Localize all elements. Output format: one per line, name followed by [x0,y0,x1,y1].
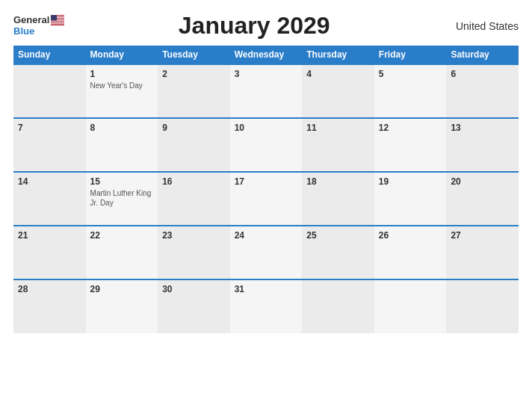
calendar-cell: 6 [446,64,519,118]
col-friday: Friday [374,46,447,64]
calendar-body: 1New Year's Day23456789101112131415Marti… [13,64,519,333]
calendar-cell: 19 [374,172,447,226]
calendar-cell: 20 [446,172,519,226]
logo: General Blue [13,15,64,37]
calendar-cell: 8 [86,118,158,172]
day-number: 25 [306,230,370,241]
day-number: 29 [90,284,154,294]
calendar-week-row: 28293031 [13,279,519,333]
col-tuesday: Tuesday [158,46,230,64]
day-number: 20 [451,176,514,187]
svg-rect-7 [51,15,57,21]
day-number: 30 [162,284,226,294]
calendar-cell: 22 [86,226,158,279]
header: General Blue January 2029 United States [13,12,519,40]
calendar-cell [446,279,519,333]
calendar-cell [374,279,447,333]
day-number: 28 [18,284,81,294]
logo-blue-text: Blue [13,26,34,37]
day-number: 26 [379,230,442,241]
day-number: 13 [451,123,514,133]
calendar-cell: 3 [230,64,303,118]
calendar-cell: 29 [86,279,158,333]
day-number: 11 [306,123,370,133]
day-number: 22 [90,230,154,241]
day-number: 2 [162,69,226,79]
day-number: 27 [451,230,514,241]
svg-rect-6 [51,24,64,25]
col-sunday: Sunday [13,46,86,64]
day-number: 4 [306,69,370,79]
calendar-cell: 2 [158,64,230,118]
day-number: 5 [379,69,442,79]
calendar-week-row: 78910111213 [13,118,519,172]
day-number: 8 [90,123,154,133]
calendar-cell: 21 [13,226,86,279]
calendar-cell: 17 [230,172,303,226]
country-label: United States [444,20,519,32]
day-number: 17 [235,176,298,187]
calendar-cell: 28 [13,279,86,333]
calendar-cell: 23 [158,226,230,279]
day-number: 10 [235,123,298,133]
day-number: 3 [235,69,298,79]
calendar-cell: 18 [302,172,374,226]
day-number: 21 [18,230,81,241]
day-number: 31 [235,284,298,294]
day-number: 6 [451,69,514,79]
day-number: 9 [162,123,226,133]
day-number: 24 [235,230,298,241]
day-number: 18 [306,176,370,187]
calendar-page: General Blue January 2029 United States … [0,0,532,411]
holiday-label: New Year's Day [90,81,154,90]
day-number: 12 [379,123,442,133]
day-number: 15 [90,176,154,187]
calendar-cell: 4 [302,64,374,118]
page-title: January 2029 [64,12,444,40]
col-monday: Monday [86,46,158,64]
calendar-cell: 7 [13,118,86,172]
calendar-cell: 13 [446,118,519,172]
calendar-cell: 1New Year's Day [86,64,158,118]
calendar-cell: 11 [302,118,374,172]
calendar-cell: 27 [446,226,519,279]
day-number: 16 [162,176,226,187]
calendar-week-row: 21222324252627 [13,226,519,279]
calendar-week-row: 1415Martin Luther King Jr. Day1617181920 [13,172,519,226]
holiday-label: Martin Luther King Jr. Day [90,188,154,208]
day-number: 14 [18,176,81,187]
day-number: 19 [379,176,442,187]
calendar-cell: 16 [158,172,230,226]
day-number: 23 [162,230,226,241]
col-thursday: Thursday [302,46,374,64]
calendar-cell: 5 [374,64,447,118]
calendar-table: Sunday Monday Tuesday Wednesday Thursday… [13,46,519,333]
calendar-cell: 25 [302,226,374,279]
calendar-cell: 31 [230,279,303,333]
logo-general-text: General [13,15,49,25]
svg-rect-5 [51,22,64,23]
calendar-cell: 26 [374,226,447,279]
calendar-cell [13,64,86,118]
calendar-cell: 24 [230,226,303,279]
logo-flag-icon [51,15,64,25]
day-number: 1 [90,69,154,79]
calendar-cell: 12 [374,118,447,172]
day-number: 7 [18,123,81,133]
calendar-cell: 30 [158,279,230,333]
calendar-cell: 10 [230,118,303,172]
calendar-cell: 14 [13,172,86,226]
col-saturday: Saturday [446,46,519,64]
calendar-cell [302,279,374,333]
calendar-cell: 9 [158,118,230,172]
weekday-row: Sunday Monday Tuesday Wednesday Thursday… [13,46,519,64]
calendar-cell: 15Martin Luther King Jr. Day [86,172,158,226]
calendar-week-row: 1New Year's Day23456 [13,64,519,118]
calendar-header: Sunday Monday Tuesday Wednesday Thursday… [13,46,519,64]
col-wednesday: Wednesday [230,46,303,64]
